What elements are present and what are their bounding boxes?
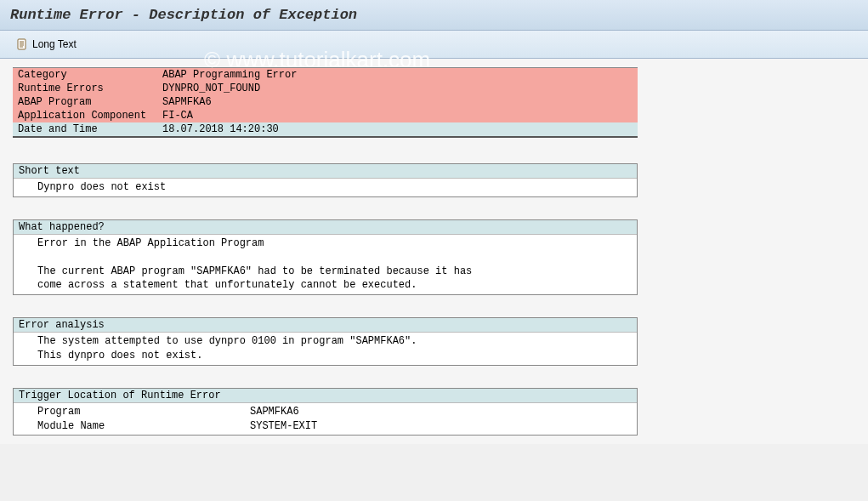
trigger-row-program: Program SAPMFKA6 [14,405,637,419]
kv-val: SAPMFKA6 [250,405,299,419]
section-header: What happened? [14,220,637,235]
section-header: Short text [14,164,637,179]
long-text-label: Long Text [32,38,77,50]
info-row-abap-program: ABAP Program SAPMFKA6 [13,95,638,109]
info-row-application-component: Application Component FI-CA [13,109,638,122]
info-row-date-time: Date and Time 18.07.2018 14:20:30 [13,122,638,137]
info-value: ABAP Programming Error [157,68,638,83]
info-row-runtime-errors: Runtime Errors DYNPRO_NOT_FOUND [13,82,638,95]
trigger-row-module: Module Name SYSTEM-EXIT [14,419,637,434]
content-area: Category ABAP Programming Error Runtime … [0,59,868,444]
section-short-text: Short text Dynpro does not exist [13,163,638,197]
info-table: Category ABAP Programming Error Runtime … [13,67,638,138]
title-bar: Runtime Error - Description of Exception [0,0,868,31]
info-row-category: Category ABAP Programming Error [13,68,638,83]
section-line: The system attempted to use dynpro 0100 … [14,334,637,349]
section-trigger-location: Trigger Location of Runtime Error Progra… [13,388,638,436]
section-line [14,251,637,265]
section-what-happened: What happened? Error in the ABAP Applica… [13,219,638,295]
toolbar: Long Text [0,31,868,59]
info-label: Runtime Errors [13,82,157,95]
section-line: The current ABAP program "SAPMFKA6" had … [14,265,637,279]
section-header: Error analysis [14,318,637,333]
section-error-analysis: Error analysis The system attempted to u… [13,317,638,366]
info-value: 18.07.2018 14:20:30 [157,122,638,137]
kv-key: Module Name [37,419,250,434]
info-value: FI-CA [157,109,638,122]
section-header: Trigger Location of Runtime Error [14,389,637,403]
info-value: DYNPRO_NOT_FOUND [157,82,638,95]
svg-rect-0 [18,39,26,49]
info-label: Date and Time [13,122,157,137]
kv-key: Program [37,405,250,419]
section-line: come across a statement that unfortunate… [14,278,637,293]
info-value: SAPMFKA6 [157,95,638,109]
kv-val: SYSTEM-EXIT [250,419,317,434]
info-label: ABAP Program [13,95,157,109]
long-text-button[interactable]: Long Text [10,36,82,53]
section-line: This dynpro does not exist. [14,349,637,363]
page-title: Runtime Error - Description of Exception [10,7,357,23]
section-line: Error in the ABAP Application Program [14,236,637,251]
section-line: Dynpro does not exist [14,180,637,195]
info-label: Category [13,68,157,83]
info-label: Application Component [13,109,157,122]
document-icon [15,37,29,51]
